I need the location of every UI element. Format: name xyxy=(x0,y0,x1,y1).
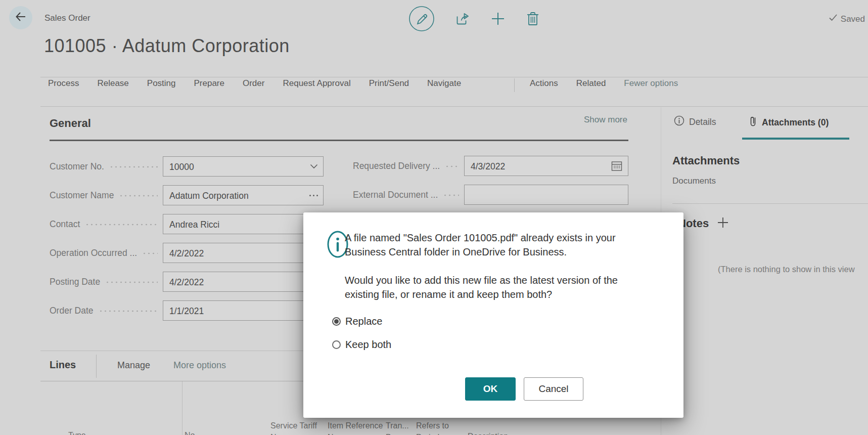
dotted-leader xyxy=(105,281,158,283)
dotted-leader xyxy=(445,165,459,167)
show-more-link[interactable]: Show more xyxy=(584,115,627,125)
menu-related[interactable]: Related xyxy=(576,78,606,89)
customer-no-input[interactable]: 10000 xyxy=(163,156,324,177)
dialog-message-secondary: Would you like to add this new file as t… xyxy=(345,274,628,301)
edit-pencil-icon[interactable] xyxy=(408,6,435,32)
field-requested-delivery-date: Requested Delivery ... 4/3/2022 xyxy=(353,155,628,177)
chevron-down-icon[interactable] xyxy=(310,157,318,176)
menu-actions[interactable]: Actions xyxy=(530,78,558,89)
add-plus-icon[interactable] xyxy=(490,11,506,26)
dotted-leader xyxy=(85,224,158,226)
active-tab-underline xyxy=(742,138,849,140)
dotted-leader xyxy=(119,195,158,197)
operation-occurred-input[interactable]: 4/2/2022 xyxy=(163,243,324,263)
radio-unselected-icon xyxy=(332,340,341,349)
add-note-plus-icon[interactable] xyxy=(717,216,729,231)
menu-release[interactable]: Release xyxy=(97,78,128,89)
operation-occurred-label: Operation Occurred ... xyxy=(50,248,137,258)
posting-date-label: Posting Date xyxy=(50,277,100,287)
radio-option-replace[interactable]: Replace xyxy=(332,316,382,327)
menu-print-send[interactable]: Print/Send xyxy=(369,78,409,89)
tab-details-label: Details xyxy=(689,117,716,127)
menu-prepare[interactable]: Prepare xyxy=(194,78,224,89)
save-status: Saved xyxy=(829,14,865,24)
contact-input[interactable]: Andrea Ricci xyxy=(163,214,324,234)
share-icon[interactable] xyxy=(455,11,470,26)
order-date-label: Order Date xyxy=(50,306,94,316)
action-menu-left: Process Release Posting Prepare Order Re… xyxy=(48,78,461,89)
documents-link[interactable]: Documents xyxy=(672,176,716,186)
order-date-input[interactable]: 1/1/2021 xyxy=(163,300,324,321)
menu-request-approval[interactable]: Request Approval xyxy=(283,78,350,89)
attachments-heading: Attachments xyxy=(672,154,740,167)
sales-order-page: Sales Order xyxy=(0,0,868,435)
general-underline xyxy=(50,140,628,141)
lines-more-options[interactable]: More options xyxy=(173,360,226,371)
grid-column-divider xyxy=(182,381,182,435)
requested-delivery-input[interactable]: 4/3/2022 xyxy=(464,156,628,176)
menu-order[interactable]: Order xyxy=(243,78,264,89)
menu-divider xyxy=(514,78,515,92)
tab-attachments-label: Attachments (0) xyxy=(762,117,829,128)
ok-button[interactable]: OK xyxy=(465,377,516,401)
dialog-message-primary: A file named "Sales Order 101005.pdf" al… xyxy=(345,231,628,259)
radio-option-keep-both[interactable]: Keep both xyxy=(332,339,391,351)
menu-navigate[interactable]: Navigate xyxy=(427,78,461,89)
external-document-input[interactable] xyxy=(464,185,628,205)
menu-bottom-divider xyxy=(40,106,868,107)
back-button[interactable] xyxy=(9,6,32,29)
requested-delivery-label: Requested Delivery ... xyxy=(353,161,440,171)
general-heading: General xyxy=(50,117,91,130)
column-header-type[interactable]: Type xyxy=(68,429,86,435)
title-divider xyxy=(40,77,868,77)
page-title: 101005 · Adatum Corporation xyxy=(44,35,290,57)
menu-fewer-options[interactable]: Fewer options xyxy=(624,78,678,89)
lines-heading: Lines xyxy=(50,359,76,371)
dotted-leader xyxy=(99,310,158,312)
menu-posting[interactable]: Posting xyxy=(147,78,176,89)
cancel-button[interactable]: Cancel xyxy=(524,377,583,401)
action-menu-right: Actions Related Fewer options xyxy=(530,78,678,89)
field-order-date: Order Date 1/1/2021 xyxy=(50,300,324,321)
column-header-no[interactable]: No. xyxy=(185,429,197,435)
notes-section-header: Notes xyxy=(678,216,729,231)
save-status-label: Saved xyxy=(841,14,865,24)
column-header-refers-to-period[interactable]: Refers to Period xyxy=(416,420,449,435)
delete-trash-icon[interactable] xyxy=(526,11,540,26)
page-type-caption: Sales Order xyxy=(44,13,90,23)
paperclip-icon xyxy=(749,115,757,130)
customer-name-input[interactable]: Adatum Corporation xyxy=(163,185,324,205)
external-document-label: External Document ... xyxy=(353,190,438,200)
field-operation-occurred-date: Operation Occurred ... 4/2/2022 xyxy=(50,242,324,264)
field-contact: Contact Andrea Ricci xyxy=(50,213,324,235)
lines-manage[interactable]: Manage xyxy=(117,360,150,371)
column-header-tran[interactable]: Tran... B... xyxy=(386,420,409,435)
file-conflict-dialog: A file named "Sales Order 101005.pdf" al… xyxy=(303,212,683,418)
notes-empty-message: (There is nothing to show in this view xyxy=(718,265,855,274)
notes-divider xyxy=(672,203,868,204)
calendar-icon[interactable] xyxy=(611,156,623,176)
lines-menu: Manage More options xyxy=(117,360,226,371)
column-header-description[interactable]: Description xyxy=(468,430,508,435)
dotted-leader xyxy=(443,194,459,196)
tab-details[interactable]: Details xyxy=(674,115,716,128)
info-circle-icon xyxy=(674,115,684,128)
column-header-item-reference-no[interactable]: Item Reference N... xyxy=(328,420,383,435)
customer-name-label: Customer Name xyxy=(50,190,114,201)
ellipsis-assist-icon[interactable] xyxy=(309,186,318,205)
radio-selected-icon xyxy=(332,317,341,326)
posting-date-input[interactable]: 4/2/2022 xyxy=(163,272,324,292)
field-posting-date: Posting Date 4/2/2022 xyxy=(50,271,324,292)
dotted-leader xyxy=(109,166,158,168)
column-header-service-tariff-no[interactable]: Service Tariff N... xyxy=(270,420,317,435)
dotted-leader xyxy=(142,252,158,254)
check-icon xyxy=(829,14,838,24)
field-customer-name: Customer Name Adatum Corporation xyxy=(50,185,324,206)
menu-process[interactable]: Process xyxy=(48,78,79,89)
page-action-icons xyxy=(408,5,540,33)
lines-menu-divider xyxy=(96,355,97,378)
radio-replace-label: Replace xyxy=(345,316,382,327)
tab-attachments[interactable]: Attachments (0) xyxy=(749,115,829,130)
field-customer-no: Customer No. 10000 xyxy=(50,156,324,177)
field-external-document-no: External Document ... xyxy=(353,184,628,205)
